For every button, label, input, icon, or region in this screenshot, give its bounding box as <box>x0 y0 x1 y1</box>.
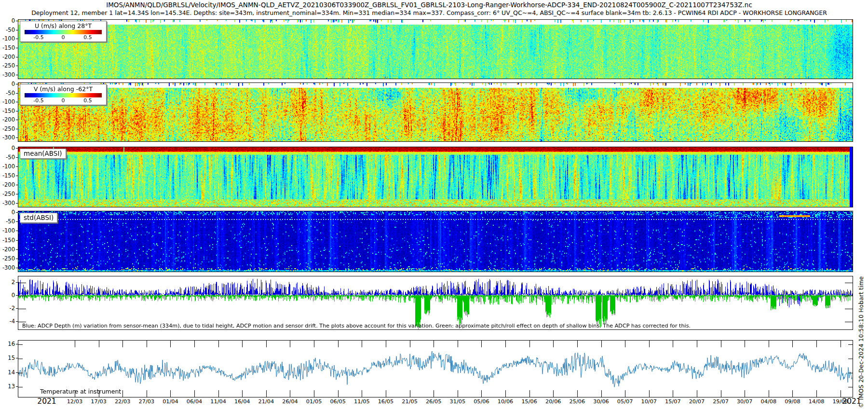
x-axis-date-label: 17/03 <box>91 398 107 405</box>
y-axis-tick-mark <box>16 148 18 149</box>
x-axis-date-label: 26/05 <box>426 398 442 405</box>
y-axis-tick-mark <box>16 166 18 167</box>
y-axis-tick-label: -200 <box>0 54 15 60</box>
y-axis-tick-label: 2 <box>0 279 15 286</box>
x-axis-date-label: 30/07 <box>737 398 753 405</box>
panel-temperature: Temperature at instrument <box>18 340 853 397</box>
y-axis-tick-mark <box>16 221 18 222</box>
y-axis-tick-mark <box>16 129 18 129</box>
y-axis-tick-label: -250 <box>0 255 15 262</box>
y-axis-tick-mark <box>16 358 18 358</box>
x-axis-date-label: 01/05 <box>306 398 322 405</box>
x-axis-date-label: 27/03 <box>139 398 155 405</box>
y-axis-tick-label: 0 <box>0 209 15 216</box>
y-axis-tick-label: -150 <box>0 237 15 244</box>
u-legend-title: U (m/s) along 28°T <box>22 22 104 29</box>
y-axis-tick-label: -300 <box>0 200 15 206</box>
y-axis-tick-mark <box>16 84 18 84</box>
y-axis-tick-mark <box>16 111 18 111</box>
y-axis-tick-label: -50 <box>0 90 15 96</box>
y-axis-tick-mark <box>16 295 18 296</box>
y-axis-tick-mark <box>16 75 18 75</box>
y-axis-tick-label: 0 <box>0 81 15 87</box>
colorbar-tick: 0.5 <box>83 97 92 104</box>
panel-u-velocity: U (m/s) along 28°T -0.5 0 0.5 <box>18 19 853 79</box>
v-colorbar-tick-labels: -0.5 0 0.5 <box>22 97 104 104</box>
panel-std-absi: std(ABSI) <box>18 211 853 272</box>
y-axis-tick-label: -100 <box>0 227 15 234</box>
x-axis-date-label: 20/06 <box>545 398 561 405</box>
u-velocity-heatmap <box>18 20 853 79</box>
y-axis-tick-label: -150 <box>0 44 15 51</box>
x-axis-date-label: 25/07 <box>713 398 729 405</box>
figure-title-filename: IMOS/ANMN/QLD/GBRLSL/Velocity/IMOS_ANMN-… <box>0 1 858 9</box>
y-axis-tick-mark <box>16 240 18 241</box>
y-axis-tick-label: -50 <box>0 27 15 33</box>
y-axis-tick-label: -2 <box>0 305 15 312</box>
x-axis-date-label: 19/08 <box>832 398 848 405</box>
x-axis-date-label: 05/06 <box>474 398 489 405</box>
x-axis-date-label: 09/08 <box>785 398 800 405</box>
y-axis-tick-label: -250 <box>0 62 15 69</box>
colorbar-tick: 0.5 <box>83 34 92 41</box>
x-axis-date-label: 01/04 <box>163 398 178 405</box>
y-axis-tick-mark <box>16 212 18 213</box>
x-axis-date-label: 15/06 <box>521 398 537 405</box>
y-axis-tick-mark <box>16 120 18 120</box>
y-axis-tick-label: -4 <box>0 318 15 325</box>
y-axis-tick-label: 15 <box>0 355 15 361</box>
v-colorbar-legend: V (m/s) along -62°T -0.5 0 0.5 <box>20 84 107 105</box>
y-axis-tick-mark <box>16 157 18 158</box>
y-axis-tick-label: -300 <box>0 71 15 78</box>
copyright-vertical-text: © IMOS 20-Dec-2024 10:58:10 Hobart time <box>858 276 865 408</box>
y-axis-tick-label: 13 <box>0 383 15 390</box>
y-axis-tick-mark <box>16 268 18 268</box>
jet-colorbar-gradient <box>25 93 102 97</box>
panel-depth-variation: Blue: ADCP Depth (m) variation from sens… <box>18 276 853 330</box>
x-axis-date-label: 25/06 <box>570 398 585 405</box>
depth-annotation-text: Blue: ADCP Depth (m) variation from sens… <box>22 323 691 329</box>
y-axis-tick-mark <box>16 21 18 21</box>
x-axis-date-label: 31/05 <box>450 398 466 405</box>
y-axis-tick-mark <box>16 249 18 250</box>
y-axis-tick-mark <box>16 185 18 185</box>
x-axis-date-label: 11/04 <box>210 398 226 405</box>
figure-subtitle-deployment-info: Deployment 12, member 1 lat=14.34S lon=1… <box>0 9 858 16</box>
y-axis-tick-mark <box>16 321 18 322</box>
y-axis-tick-label: -250 <box>0 191 15 197</box>
temperature-lineplot <box>18 341 853 397</box>
y-axis-tick-label: 0 <box>0 17 15 24</box>
x-axis-date-label: 10/06 <box>498 398 514 405</box>
x-axis-date-label: 05/07 <box>617 398 633 405</box>
x-axis-date-label: 20/07 <box>689 398 705 405</box>
y-axis-tick-label: 0 <box>0 292 15 299</box>
depth-variation-lineplot <box>18 276 853 329</box>
x-axis-date-label: 10/07 <box>641 398 657 405</box>
y-axis-tick-mark <box>16 93 18 94</box>
y-axis-tick-mark <box>16 176 18 176</box>
y-axis-tick-mark <box>16 57 18 57</box>
colorbar-tick: -0.5 <box>33 97 43 104</box>
x-axis-date-label: 16/05 <box>378 398 394 405</box>
x-axis-date-label: 12/03 <box>67 398 83 405</box>
y-axis-tick-mark <box>16 137 18 138</box>
y-axis-tick-mark <box>16 30 18 30</box>
y-axis-tick-label: -50 <box>0 218 15 225</box>
x-axis-date-label: 11/05 <box>354 398 370 405</box>
std-absi-heatmap <box>18 211 853 272</box>
y-axis-tick-label: -100 <box>0 35 15 42</box>
y-axis-tick-mark <box>16 194 18 194</box>
y-axis-tick-mark <box>16 48 18 48</box>
x-axis-date-label: 21/04 <box>258 398 274 405</box>
y-axis-tick-mark <box>16 308 18 309</box>
y-axis-tick-mark <box>16 372 18 373</box>
y-axis-tick-mark <box>16 282 18 283</box>
y-axis-tick-label: 16 <box>0 341 15 347</box>
x-axis-date-label: 26/04 <box>282 398 298 405</box>
colorbar-tick: 0 <box>62 34 65 41</box>
colorbar-tick: 0 <box>62 97 65 104</box>
colorbar-tick: -0.5 <box>33 34 43 41</box>
x-axis-date-label: 15/07 <box>665 398 681 405</box>
temperature-label: Temperature at instrument <box>40 388 121 395</box>
y-axis-tick-label: 14 <box>0 369 15 376</box>
